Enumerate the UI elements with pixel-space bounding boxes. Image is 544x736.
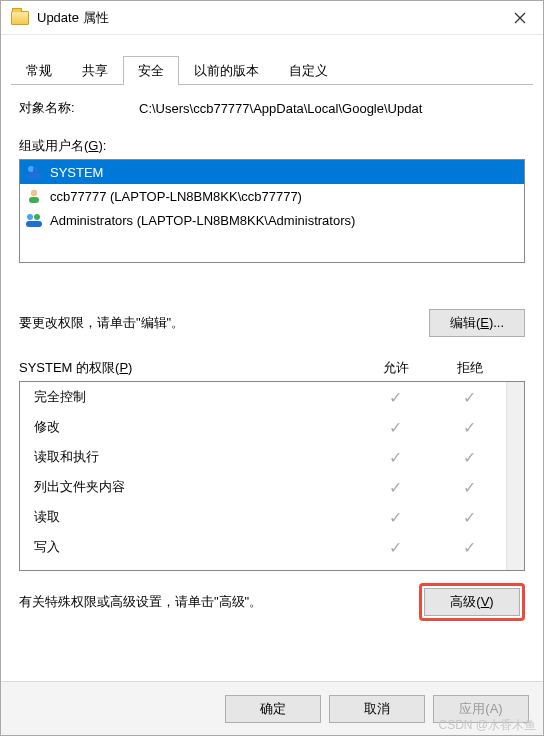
edit-button[interactable]: 编辑(E)...: [429, 309, 525, 337]
scrollbar[interactable]: [506, 382, 524, 570]
user-green-icon: [24, 187, 44, 205]
check-icon: [389, 389, 402, 406]
permissions-for-label: SYSTEM 的权限(P): [19, 359, 359, 377]
tab-share[interactable]: 共享: [67, 56, 123, 85]
list-item[interactable]: Administrators (LAPTOP-LN8BM8KK\Administ…: [20, 208, 524, 232]
permissions-list[interactable]: 完全控制修改读取和执行列出文件夹内容读取写入: [20, 382, 506, 570]
svg-rect-6: [29, 197, 39, 203]
advanced-row: 有关特殊权限或高级设置，请单击"高级"。 高级(V): [19, 583, 525, 621]
object-label: 对象名称:: [19, 99, 139, 117]
titlebar: Update 属性: [1, 1, 543, 35]
check-icon: [389, 449, 402, 466]
permission-name: 修改: [34, 418, 358, 436]
object-path: C:\Users\ccb77777\AppData\Local\Google\U…: [139, 101, 525, 116]
list-item-label: SYSTEM: [50, 165, 103, 180]
folder-icon: [11, 11, 29, 25]
object-row: 对象名称: C:\Users\ccb77777\AppData\Local\Go…: [19, 99, 525, 117]
svg-rect-9: [26, 221, 42, 227]
list-item-label: Administrators (LAPTOP-LN8BM8KK\Administ…: [50, 213, 355, 228]
allow-cell: [358, 478, 432, 497]
list-item-label: ccb77777 (LAPTOP-LN8BM8KK\ccb77777): [50, 189, 302, 204]
list-item[interactable]: SYSTEM: [20, 160, 524, 184]
groups-listbox[interactable]: SYSTEMccb77777 (LAPTOP-LN8BM8KK\ccb77777…: [19, 159, 525, 263]
advanced-highlight: 高级(V): [419, 583, 525, 621]
apply-button[interactable]: 应用(A): [433, 695, 529, 723]
check-icon: [463, 449, 476, 466]
users-mixed-icon: [24, 211, 44, 229]
permission-row: 读取: [20, 502, 506, 532]
deny-cell: [432, 508, 506, 527]
allow-header: 允许: [359, 359, 433, 377]
users-blue-icon: [24, 163, 44, 181]
properties-dialog: Update 属性 常规 共享 安全 以前的版本 自定义 对象名称: C:\Us…: [0, 0, 544, 736]
permission-row: 修改: [20, 412, 506, 442]
svg-point-5: [31, 190, 37, 196]
check-icon: [463, 419, 476, 436]
security-panel: 对象名称: C:\Users\ccb77777\AppData\Local\Go…: [1, 85, 543, 681]
close-button[interactable]: [497, 1, 543, 34]
tab-previous[interactable]: 以前的版本: [179, 56, 274, 85]
allow-cell: [358, 538, 432, 557]
deny-header: 拒绝: [433, 359, 507, 377]
groups-label: 组或用户名(G):: [19, 137, 525, 155]
tab-general[interactable]: 常规: [11, 56, 67, 85]
tab-custom[interactable]: 自定义: [274, 56, 343, 85]
permission-row: 列出文件夹内容: [20, 472, 506, 502]
check-icon: [389, 479, 402, 496]
tab-security[interactable]: 安全: [123, 56, 179, 85]
permission-name: 列出文件夹内容: [34, 478, 358, 496]
edit-hint: 要更改权限，请单击"编辑"。: [19, 314, 429, 332]
advanced-button[interactable]: 高级(V): [424, 588, 520, 616]
svg-point-8: [34, 214, 40, 220]
allow-cell: [358, 508, 432, 527]
edit-row: 要更改权限，请单击"编辑"。 编辑(E)...: [19, 309, 525, 337]
ok-button[interactable]: 确定: [225, 695, 321, 723]
deny-cell: [432, 478, 506, 497]
permissions-header: SYSTEM 的权限(P) 允许 拒绝: [19, 359, 525, 377]
permission-name: 完全控制: [34, 388, 358, 406]
deny-cell: [432, 538, 506, 557]
check-icon: [463, 539, 476, 556]
check-icon: [389, 509, 402, 526]
tabstrip: 常规 共享 安全 以前的版本 自定义: [11, 55, 533, 85]
permission-row: 写入: [20, 532, 506, 562]
svg-rect-4: [26, 173, 42, 179]
permission-name: 读取和执行: [34, 448, 358, 466]
check-icon: [463, 389, 476, 406]
allow-cell: [358, 388, 432, 407]
deny-cell: [432, 388, 506, 407]
check-icon: [389, 419, 402, 436]
check-icon: [463, 509, 476, 526]
deny-cell: [432, 418, 506, 437]
check-icon: [463, 479, 476, 496]
check-icon: [389, 539, 402, 556]
allow-cell: [358, 418, 432, 437]
permissions-box: 完全控制修改读取和执行列出文件夹内容读取写入: [19, 381, 525, 571]
advanced-hint: 有关特殊权限或高级设置，请单击"高级"。: [19, 593, 419, 611]
permission-name: 写入: [34, 538, 358, 556]
list-item[interactable]: ccb77777 (LAPTOP-LN8BM8KK\ccb77777): [20, 184, 524, 208]
close-icon: [514, 12, 526, 24]
permission-row: 完全控制: [20, 382, 506, 412]
svg-point-2: [28, 166, 34, 172]
dialog-buttons: 确定 取消 应用(A): [1, 681, 543, 735]
allow-cell: [358, 448, 432, 467]
permission-name: 读取: [34, 508, 358, 526]
window-title: Update 属性: [37, 9, 497, 27]
svg-point-7: [27, 214, 33, 220]
deny-cell: [432, 448, 506, 467]
svg-point-3: [33, 167, 39, 173]
cancel-button[interactable]: 取消: [329, 695, 425, 723]
permission-row: 读取和执行: [20, 442, 506, 472]
